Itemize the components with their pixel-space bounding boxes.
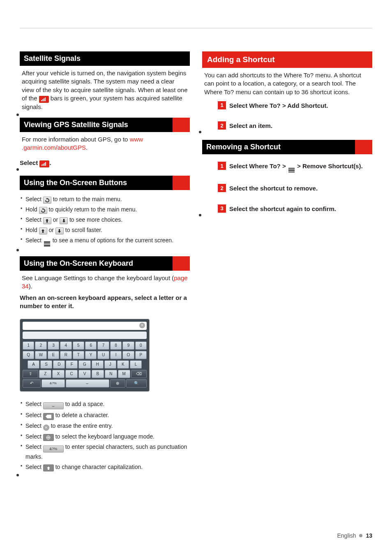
text: Select <box>25 464 43 470</box>
link-garmin-b[interactable]: .garmin.com/aboutGPS <box>22 144 86 151</box>
svg-rect-1 <box>42 99 43 101</box>
heading-text: Satellite Signals <box>24 54 81 63</box>
step-text: Select Where To? > Add Shortcut. <box>229 101 328 110</box>
right-column: Adding a Shortcut You can add shortcuts … <box>202 51 372 475</box>
kb-key: C <box>65 370 78 378</box>
heading-text: Removing a Shortcut <box>206 143 281 151</box>
viewing-step: Select . <box>20 159 190 169</box>
text: Select <box>25 412 43 418</box>
kb-row-5: ↶&?%⌣⊕🔍 <box>23 379 147 388</box>
step-text: Select Where To? > > Remove Shortcut(s). <box>229 162 363 172</box>
page: Satellite Signals After your vehicle is … <box>0 0 392 557</box>
kb-key: 5 <box>73 341 84 350</box>
text: > Remove Shortcut(s). <box>295 162 363 169</box>
heading-text: Using the On-Screen Buttons <box>24 179 127 187</box>
svg-rect-4 <box>42 165 42 166</box>
heading-viewing-gps: Viewing GPS Satellite Signals <box>20 118 190 132</box>
text: Select <box>25 433 43 440</box>
kb-key: T <box>73 351 84 359</box>
kb-key: 🔍 <box>126 379 147 388</box>
arrow-up-icon <box>39 227 47 234</box>
step-text: Select the shortcut to remove. <box>229 184 318 193</box>
arrow-down-icon <box>55 227 64 234</box>
left-column: Satellite Signals After your vehicle is … <box>20 51 190 475</box>
kb-key: 1 <box>23 341 34 350</box>
text: Hold <box>25 206 39 213</box>
menu-icon <box>288 168 295 173</box>
kb-key: Z <box>39 370 51 378</box>
svg-rect-2 <box>44 98 44 101</box>
kb-key: 9 <box>122 341 134 350</box>
footer: English 13 <box>337 532 373 539</box>
kb-key: P <box>135 351 147 359</box>
kb-key: 6 <box>85 341 97 350</box>
kb-key: ⌣ <box>66 379 109 388</box>
step-number: 1 <box>218 162 226 170</box>
removing-step-2: 2 Select the shortcut to remove. <box>202 182 372 194</box>
onscreen-buttons-list: Select to return to the main menu. Hold … <box>20 193 190 250</box>
kb-key: S <box>40 360 52 369</box>
adding-step-1: 1 Select Where To? > Add Shortcut. <box>202 100 372 111</box>
text: to change character capitalization. <box>54 464 143 470</box>
text: to scroll faster. <box>64 227 102 233</box>
text: . <box>86 144 88 151</box>
signal-bars-icon <box>39 96 49 103</box>
text: Select Where To? > <box>229 162 288 169</box>
kb-row-4: ⇧ZXCVBNM⌫ <box>23 370 147 378</box>
footer-lang: English <box>337 532 356 539</box>
text: See Language Settings to change the keyb… <box>22 274 174 281</box>
text: . <box>49 159 51 166</box>
kb-row-1: 1234567890 <box>23 341 147 350</box>
footer-dot-icon <box>359 534 362 537</box>
list-item: Hold or to scroll faster. <box>21 225 189 235</box>
text: For more information about GPS, go to <box>22 136 130 143</box>
signal-bars-icon <box>39 160 49 167</box>
heading-red-stripe <box>173 256 190 271</box>
kb-key: O <box>122 351 134 359</box>
heading-text: Viewing GPS Satellite Signals <box>24 121 128 129</box>
text: ). <box>29 283 32 290</box>
text: to add a space. <box>64 401 105 407</box>
text: Select <box>20 159 39 166</box>
heading-adding-shortcut: Adding a Shortcut <box>202 51 372 68</box>
list-item: Select or to see more choices. <box>21 215 189 225</box>
arrow-up-icon <box>43 217 51 224</box>
heading-removing-shortcut: Removing a Shortcut <box>202 140 372 154</box>
kb-input-field: × <box>23 322 147 330</box>
kb-key: D <box>53 360 65 369</box>
text: to return to the main menu. <box>51 196 122 202</box>
kb-key: G <box>78 360 90 369</box>
adding-step-2: 2 Select an item. <box>202 120 372 132</box>
kb-key: E <box>48 351 59 359</box>
text: or <box>47 227 55 233</box>
kb-key: R <box>60 351 71 359</box>
removing-step-3: 3 Select the shortcut again to confirm. <box>202 203 372 215</box>
kb-key: V <box>78 370 91 378</box>
step-text: Select the shortcut again to confirm. <box>229 204 336 213</box>
text: or <box>51 216 60 223</box>
svg-rect-5 <box>43 164 44 166</box>
removing-step-1: 1 Select Where To? > > Remove Shortcut(s… <box>202 160 372 174</box>
kb-result-bar <box>23 332 147 339</box>
kb-key: Q <box>23 351 34 359</box>
link-garmin-a[interactable]: www <box>130 136 143 143</box>
columns: Satellite Signals After your vehicle is … <box>20 51 372 475</box>
kb-key: F <box>66 360 78 369</box>
svg-rect-7 <box>45 162 46 166</box>
adding-body: You can add shortcuts to the Where To? m… <box>202 70 372 100</box>
kb-key: W <box>35 351 46 359</box>
text: Hold <box>25 227 39 233</box>
kb-key: B <box>92 370 104 378</box>
list-item: Select &?% to enter special characters, … <box>21 442 189 462</box>
list-item: Select × to erase the entire entry. <box>21 421 189 432</box>
keyboard-step: When an on-screen keyboard appears, sele… <box>20 294 190 312</box>
text: Select <box>25 422 43 429</box>
satellite-body: After your vehicle is turned on, the nav… <box>20 68 190 114</box>
arrow-down-icon <box>60 217 68 224</box>
step-number: 2 <box>218 121 226 130</box>
kb-key: 7 <box>97 341 109 350</box>
back-icon <box>39 207 47 214</box>
list-item: Select to see a menu of options for the … <box>21 235 189 247</box>
kb-key: ⇧ <box>23 370 38 378</box>
kb-key: ↶ <box>23 379 41 388</box>
